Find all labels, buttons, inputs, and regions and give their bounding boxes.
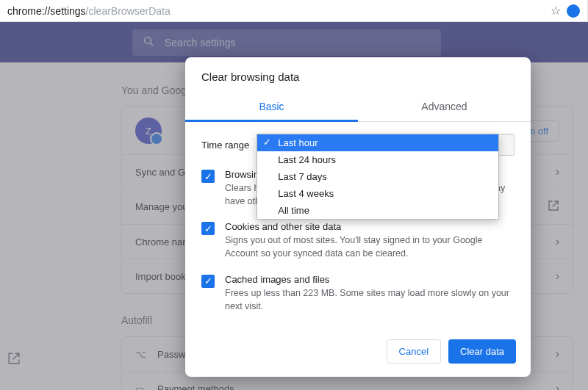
search-settings[interactable] (132, 29, 441, 56)
avatar: Z (135, 118, 162, 144)
row-label: Payment methods (157, 383, 234, 391)
clear-item-title: Cookies and other site data (225, 221, 514, 232)
profile-avatar-icon[interactable] (567, 4, 580, 18)
time-range-dropdown: Last hour Last 24 hours Last 7 days Last… (257, 134, 499, 220)
time-range-option[interactable]: Last 7 days (257, 168, 498, 185)
clear-item-title: Cached images and files (225, 274, 514, 285)
chevron-right-icon: › (556, 270, 559, 283)
chevron-right-icon: › (556, 347, 559, 361)
time-range-option[interactable]: Last 24 hours (257, 151, 498, 168)
chevron-right-icon: › (556, 165, 559, 178)
svg-line-1 (150, 43, 153, 46)
clear-item-desc: Frees up less than 223 MB. Some sites ma… (225, 286, 514, 313)
clear-item-desc: Signs you out of most sites. You'll stay… (225, 234, 514, 260)
search-icon (143, 35, 154, 50)
clear-item-cookies: ✓ Cookies and other site data Signs you … (201, 221, 514, 260)
clear-item-cache: ✓ Cached images and files Frees up less … (201, 274, 514, 313)
time-range-select[interactable]: Last hour Last hour Last 24 hours Last 7… (257, 134, 514, 156)
clear-browsing-data-dialog: Clear browsing data Basic Advanced Time … (185, 57, 531, 377)
time-range-option[interactable]: Last 4 weeks (257, 185, 498, 202)
checkbox-cookies[interactable]: ✓ (201, 222, 215, 235)
card-icon: ▭ (135, 383, 147, 391)
url-text: chrome://settings/clearBrowserData (7, 5, 551, 17)
cancel-button[interactable]: Cancel (387, 339, 441, 364)
time-range-option[interactable]: All time (257, 202, 498, 219)
chevron-right-icon: › (556, 235, 559, 248)
url-host: chrome://settings (7, 5, 86, 17)
bookmark-star-icon[interactable]: ☆ (551, 4, 561, 18)
checkbox-cache[interactable]: ✓ (201, 275, 215, 288)
external-link-icon (548, 200, 559, 214)
chevron-right-icon: › (556, 382, 559, 390)
time-range-option[interactable]: Last hour (257, 134, 498, 151)
tab-basic[interactable]: Basic (185, 93, 358, 122)
settings-header (0, 22, 588, 62)
external-link-icon[interactable] (7, 352, 21, 368)
search-input[interactable] (165, 37, 431, 48)
checkbox-history[interactable]: ✓ (201, 170, 215, 183)
tab-advanced[interactable]: Advanced (358, 93, 531, 121)
dialog-tabs: Basic Advanced (185, 93, 531, 122)
key-icon: ⌥ (135, 349, 147, 360)
dialog-title: Clear browsing data (185, 57, 531, 93)
svg-point-0 (145, 37, 151, 43)
url-path: /clearBrowserData (86, 5, 171, 17)
url-bar[interactable]: chrome://settings/clearBrowserData ☆ (0, 0, 588, 22)
clear-data-button[interactable]: Clear data (448, 339, 516, 364)
time-range-label: Time range (201, 140, 249, 151)
